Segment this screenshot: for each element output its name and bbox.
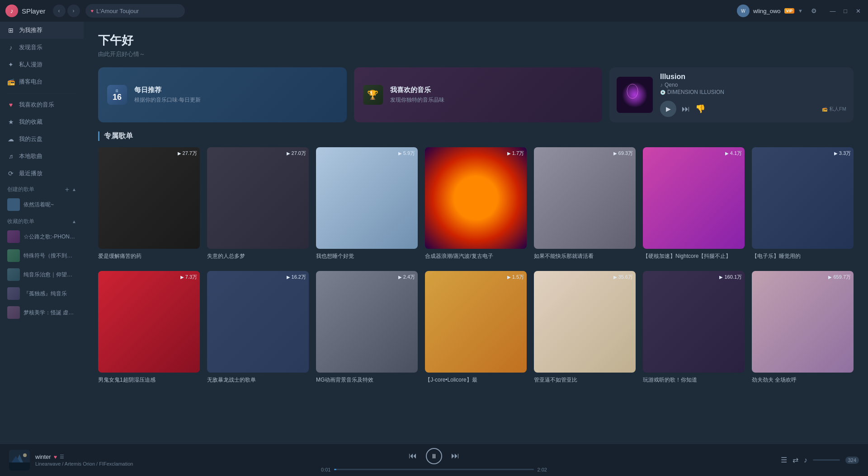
playlist-grid-item[interactable]: ▶ 3.3万 【电子乐】睡觉用的 (752, 147, 854, 260)
minimize-button[interactable]: — (828, 6, 837, 15)
fm-play-button[interactable]: ▶ (660, 101, 676, 117)
grid-title: 失意的人总多梦 (207, 252, 309, 260)
fm-card: Illusion ♪ Qeno 💿 DIMENSION ILLUSION ▶ ⏭… (609, 67, 854, 122)
playlist-thumb (7, 198, 20, 211)
star-icon: ★ (7, 118, 14, 126)
home-icon: ⊞ (7, 27, 14, 34)
playlist-thumb (7, 287, 20, 300)
playlist-item-collected-2[interactable]: 特殊符号（搜不到系... (0, 246, 84, 265)
search-bar[interactable]: ♥ L'Amour Toujour (85, 4, 185, 18)
playlist-thumb (7, 230, 20, 243)
shuffle-button[interactable]: ⇄ (793, 456, 798, 464)
fm-dislike-button[interactable]: 👎 (695, 104, 705, 114)
play-count: ▶ 3.3万 (834, 150, 851, 157)
prev-button[interactable]: ⏮ (409, 451, 417, 461)
sidebar-item-recent[interactable]: ⟳ 最近播放 (0, 165, 84, 182)
like-card-info: 我喜欢的音乐 发现你独特的音乐品味 (390, 86, 444, 104)
sidebar-item-label: 私人漫游 (19, 61, 42, 69)
sidebar-item-recommend[interactable]: ⊞ 为我推荐 (0, 22, 84, 39)
sidebar-item-label: 我喜欢的音乐 (19, 101, 54, 109)
grid-title: 男鬼女鬼1超阴湿压迫感 (98, 376, 200, 384)
playlist-item-collected-1[interactable]: ☆公路之歌:-PHONKX... (0, 227, 84, 246)
grid-title: 我也想睡个好觉 (316, 252, 418, 260)
like-heart-icon[interactable]: ♥ (54, 454, 57, 460)
maximize-button[interactable]: □ (841, 6, 850, 15)
grid-cover: ▶ 160.1万 (643, 271, 745, 373)
user-avatar: W (737, 5, 750, 17)
daily-card-info: 每日推荐 根据你的音乐口味·每日更新 (134, 86, 201, 104)
playlist-item-collected-3[interactable]: 纯音乐治愈｜仰望星空... (0, 265, 84, 284)
playlist-grid-item[interactable]: ▶ 160.1万 玩游戏听的歌！你知道 (643, 271, 745, 384)
player-bar: winter ♥ ☰ Linearwave / Artemis Orion / … (0, 443, 868, 476)
dropdown-arrow[interactable]: ▼ (798, 8, 803, 14)
playlist-grid-item[interactable]: ▶ 1.7万 合成器浪潮/蒸汽波/复古电子 (425, 147, 527, 260)
sidebar-divider (7, 93, 76, 93)
fm-album-name: DIMENSION ILLUSION (667, 89, 724, 95)
playlist-item-collected-4[interactable]: 『孤独感』纯音乐 (0, 284, 84, 303)
progress-fill (334, 469, 336, 470)
fm-next-button[interactable]: ⏭ (682, 104, 690, 114)
playlist-item-collected-5[interactable]: 梦核美学：怪誕 虚无... (0, 303, 84, 322)
sidebar-item-liked[interactable]: ♥ 我喜欢的音乐 (0, 96, 84, 113)
user-info[interactable]: W wling_owo VIP ▼ (737, 5, 803, 17)
music-icon: ♪ (7, 44, 14, 51)
playlist-name: 『孤独感』纯音乐 (24, 290, 76, 298)
close-button[interactable]: ✕ (854, 6, 863, 15)
volume-bar[interactable] (813, 459, 840, 461)
grid-title: 如果不能快乐那就请活看 (534, 252, 636, 260)
fm-label-text: 私人FM (829, 106, 846, 112)
progress-track[interactable] (334, 469, 533, 470)
volume-button[interactable]: ♪ (804, 456, 807, 464)
sidebar-item-collection[interactable]: ★ 我的收藏 (0, 113, 84, 131)
daily-desc: 根据你的音乐口味·每日更新 (134, 96, 201, 104)
playlist-grid-item[interactable]: ▶ 7.3万 男鬼女鬼1超阴湿压迫感 (98, 271, 200, 384)
forward-button[interactable]: › (67, 5, 80, 17)
back-button[interactable]: ‹ (53, 5, 66, 17)
sidebar-item-discover[interactable]: ♪ 发现音乐 (0, 39, 84, 56)
logo-icon: ♪ (5, 5, 18, 17)
svg-point-7 (23, 453, 27, 457)
svg-rect-4 (9, 462, 30, 471)
fm-title: Illusion (660, 73, 846, 81)
playlist-grid-item[interactable]: ▶ 27.0万 失意的人总多梦 (207, 147, 309, 260)
settings-button[interactable]: ⚙ (808, 5, 819, 16)
playlist-grid-item[interactable]: ▶ 35.6万 管亚逼不如管亚比 (534, 271, 636, 384)
sidebar: ⊞ 为我推荐 ♪ 发现音乐 ✦ 私人漫游 📻 播客电台 ♥ 我喜欢的音乐 ★ 我… (0, 22, 84, 443)
grid-title: 【电子乐】睡觉用的 (752, 252, 854, 260)
lyrics-icon[interactable]: ☰ (60, 454, 64, 460)
playlist-grid-item[interactable]: ▶ 2.4万 MG动画背景音乐及特效 (316, 271, 418, 384)
add-playlist-button[interactable]: + (65, 186, 69, 193)
play-count: ▶ 69.3万 (613, 150, 633, 157)
playlist-grid-item[interactable]: ▶ 4.1万 【硬核加速】Nightcore【抖腿不止】 (643, 147, 745, 260)
cloud-icon: ☁ (7, 135, 14, 143)
playlist-thumb (7, 306, 20, 319)
collapse-collected-button[interactable]: ▲ (72, 219, 76, 224)
playlist-grid-item[interactable]: ▶ 659.7万 劲夫劲夫 全场欢呼 (752, 271, 854, 384)
play-pause-button[interactable]: ⏸ (426, 448, 442, 464)
daily-recommend-card[interactable]: 🗓 16 每日推荐 根据你的音乐口味·每日更新 (98, 67, 347, 122)
section-exclusive-title: 专属歌单 (98, 131, 854, 141)
heart-icon: ♥ (7, 101, 14, 108)
playlist-grid-item[interactable]: ▶ 1.5万 【J-core•Lolicore】最 (425, 271, 527, 384)
app-logo: ♪ SPlayer (5, 5, 46, 17)
playlist-button[interactable]: ☰ (781, 456, 787, 464)
playlist-name: 梦核美学：怪誕 虚无... (24, 309, 76, 317)
sidebar-item-roaming[interactable]: ✦ 私人漫游 (0, 56, 84, 73)
playlist-grid-row1: ▶ 27.7万 爱是缓解痛苦的药 ▶ 27.0万 失意的人总多梦 ▶ (98, 147, 854, 260)
playlist-grid-item[interactable]: ▶ 69.3万 如果不能快乐那就请活看 (534, 147, 636, 260)
sidebar-item-podcast[interactable]: 📻 播客电台 (0, 73, 84, 90)
podcast-icon: 📻 (7, 78, 14, 85)
playlist-item-created-1[interactable]: 依然活着呢~ (0, 195, 84, 214)
playlist-grid-item[interactable]: ▶ 16.2万 无敌暴龙战士的歌单 (207, 271, 309, 384)
playlist-grid-item[interactable]: ▶ 5.9万 我也想睡个好觉 (316, 147, 418, 260)
collapse-created-button[interactable]: ▲ (72, 186, 76, 193)
playlist-grid-item[interactable]: ▶ 27.7万 爱是缓解痛苦的药 (98, 147, 200, 260)
grid-title: MG动画背景音乐及特效 (316, 376, 418, 384)
grid-title: 爱是缓解痛苦的药 (98, 252, 200, 260)
like-music-card[interactable]: 🏆 我喜欢的音乐 发现你独特的音乐品味 (354, 67, 603, 122)
sidebar-item-local[interactable]: ♬ 本地歌曲 (0, 148, 84, 165)
song-title: winter (35, 453, 51, 460)
next-button[interactable]: ⏭ (451, 451, 459, 461)
sidebar-item-cloud[interactable]: ☁ 我的云盘 (0, 131, 84, 148)
now-playing-artist: Linearwave / Artemis Orion / FIFexclamat… (35, 461, 133, 467)
